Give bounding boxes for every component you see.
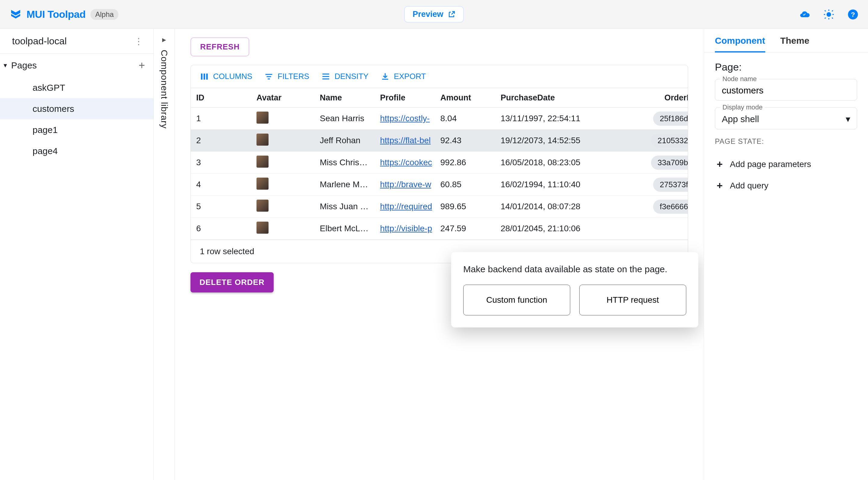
- cell-order: 2105332: [651, 133, 688, 148]
- table-row[interactable]: 1Sean Harrishttps://costly-8.0413/11/199…: [191, 108, 688, 130]
- svg-line-6: [832, 18, 833, 19]
- cell-name: Miss Chris…: [320, 158, 380, 167]
- cell-date: 19/12/2073, 14:52:55: [501, 136, 630, 145]
- profile-link[interactable]: https://flat-bel: [380, 136, 431, 145]
- profile-link[interactable]: http://brave-w: [380, 180, 431, 189]
- page-item-page1[interactable]: page1: [0, 119, 153, 141]
- app-menu-icon[interactable]: ⋮: [134, 36, 144, 47]
- cell-order: f3e6666: [653, 200, 688, 214]
- cell-amount: 247.59: [440, 224, 501, 233]
- col-amount[interactable]: Amount: [440, 93, 501, 102]
- app-name-row: toolpad-local ⋮: [0, 29, 153, 54]
- cell-profile: http://brave-w: [380, 180, 440, 189]
- theme-toggle-icon[interactable]: [824, 9, 834, 20]
- node-name-input[interactable]: [722, 85, 850, 96]
- brand-area: MUI Toolpad Alpha: [10, 8, 119, 21]
- cell-order: 25f186d: [653, 112, 688, 126]
- toolpad-logo-icon: [10, 8, 22, 21]
- component-library-label: Component library: [159, 50, 169, 129]
- editor-canvas: REFRESH COLUMNS FILTERS DENSITY EXPORT: [175, 29, 704, 480]
- help-icon[interactable]: ?: [847, 9, 858, 20]
- col-avatar[interactable]: Avatar: [256, 93, 320, 102]
- columns-button[interactable]: COLUMNS: [200, 72, 252, 81]
- page-item-page4[interactable]: page4: [0, 141, 153, 161]
- node-name-field[interactable]: Node name: [715, 79, 857, 101]
- page-item-askGPT[interactable]: askGPT: [0, 77, 153, 98]
- component-library-drawer[interactable]: ▸ Component library: [154, 29, 175, 480]
- cell-order: 33a709b: [651, 156, 688, 170]
- cell-name: Sean Harris: [320, 114, 380, 123]
- display-mode-label: Display mode: [720, 103, 765, 111]
- page-item-customers[interactable]: customers: [0, 98, 153, 119]
- density-button[interactable]: DENSITY: [321, 72, 369, 81]
- avatar: [256, 156, 269, 168]
- table-row[interactable]: 3Miss Chris…https://cookec992.8616/05/20…: [191, 152, 688, 174]
- tab-component[interactable]: Component: [715, 36, 765, 53]
- pages-section-header[interactable]: ▾ Pages +: [0, 54, 153, 77]
- avatar: [256, 221, 269, 234]
- http-request-button[interactable]: HTTP request: [579, 284, 686, 316]
- columns-label: COLUMNS: [213, 72, 252, 81]
- filters-button[interactable]: FILTERS: [264, 72, 309, 81]
- table-row[interactable]: 6Elbert McL…http://visible-p247.5928/01/…: [191, 218, 688, 240]
- delete-order-button[interactable]: DELETE ORDER: [190, 272, 274, 293]
- profile-link[interactable]: https://costly-: [380, 114, 430, 123]
- avatar: [256, 200, 269, 212]
- svg-rect-12: [204, 73, 205, 80]
- cell-amount: 989.65: [440, 202, 501, 211]
- svg-rect-18: [322, 76, 330, 77]
- explorer-sidebar: toolpad-local ⋮ ▾ Pages + askGPTcustomer…: [0, 29, 154, 480]
- col-name[interactable]: Name: [320, 93, 380, 102]
- col-order[interactable]: OrderID: [664, 93, 688, 102]
- cell-avatar: [256, 156, 320, 170]
- refresh-button[interactable]: REFRESH: [190, 37, 249, 56]
- order-chip: 33a709b: [651, 156, 688, 170]
- cell-avatar: [256, 200, 320, 214]
- cell-profile: http://visible-p: [380, 224, 440, 233]
- profile-link[interactable]: http://required: [380, 202, 432, 211]
- table-row[interactable]: 4Marlene M…http://brave-w60.8516/02/1994…: [191, 174, 688, 196]
- cell-amount: 92.43: [440, 136, 501, 145]
- cell-name: Elbert McL…: [320, 224, 380, 233]
- cell-id: 2: [196, 136, 256, 145]
- order-chip: 275373f: [653, 178, 688, 192]
- add-page-icon[interactable]: +: [138, 59, 145, 72]
- export-button[interactable]: EXPORT: [381, 72, 426, 81]
- plus-icon: +: [717, 180, 723, 191]
- page-state-header: PAGE STATE:: [715, 137, 857, 146]
- display-mode-field[interactable]: Display mode App shell ▾: [715, 107, 857, 129]
- chevron-right-icon: ▸: [162, 35, 166, 44]
- cell-date: 16/02/1994, 11:10:40: [501, 180, 630, 189]
- preview-button[interactable]: Preview: [404, 6, 464, 23]
- col-date[interactable]: PurchaseDate: [501, 93, 630, 102]
- cell-amount: 992.86: [440, 158, 501, 167]
- cell-id: 4: [196, 180, 256, 189]
- brand-title: MUI Toolpad: [27, 8, 86, 20]
- cell-avatar: [256, 221, 320, 236]
- col-id[interactable]: ID: [196, 93, 256, 102]
- export-label: EXPORT: [394, 72, 426, 81]
- custom-function-button[interactable]: Custom function: [463, 284, 570, 316]
- table-row[interactable]: 2Jeff Rohanhttps://flat-bel92.4319/12/20…: [191, 130, 688, 152]
- add-query-label: Add query: [730, 181, 769, 190]
- app-name: toolpad-local: [12, 36, 67, 47]
- cell-order: 275373f: [653, 178, 688, 192]
- cloud-done-icon[interactable]: [799, 9, 810, 20]
- profile-link[interactable]: https://cookec: [380, 158, 432, 167]
- density-icon: [321, 72, 330, 81]
- profile-link[interactable]: http://visible-p: [380, 224, 432, 233]
- cell-amount: 60.85: [440, 180, 501, 189]
- open-external-icon: [447, 10, 456, 19]
- svg-rect-15: [267, 76, 271, 77]
- svg-rect-14: [266, 74, 273, 75]
- table-row[interactable]: 5Miss Juan …http://required989.6514/01/2…: [191, 196, 688, 218]
- add-params-label: Add page parameters: [730, 159, 811, 169]
- cell-id: 6: [196, 224, 256, 233]
- cell-avatar: [256, 112, 320, 126]
- add-query-button[interactable]: + Add query: [715, 175, 857, 196]
- tab-theme[interactable]: Theme: [780, 36, 809, 53]
- col-profile[interactable]: Profile: [380, 93, 440, 102]
- add-page-parameters-button[interactable]: + Add page parameters: [715, 153, 857, 175]
- order-chip: f3e6666: [653, 200, 688, 214]
- svg-line-5: [825, 10, 826, 11]
